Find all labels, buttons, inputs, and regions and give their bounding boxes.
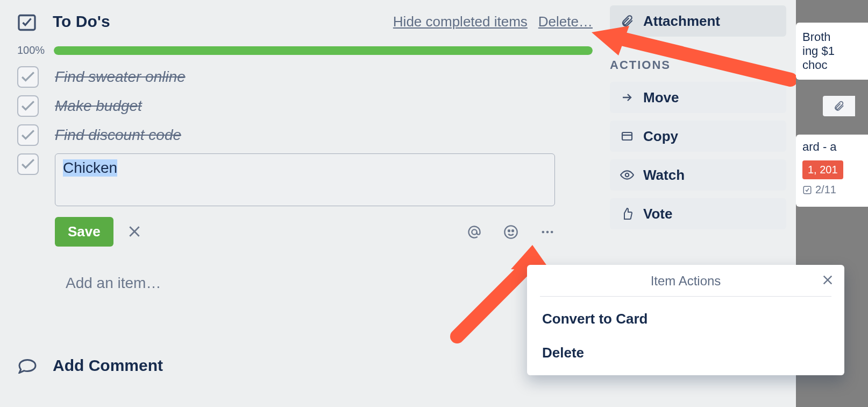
svg-point-4 bbox=[508, 230, 510, 231]
close-icon[interactable] bbox=[822, 272, 834, 290]
background-card-1-attachment-badge bbox=[823, 96, 855, 116]
eye-icon bbox=[620, 167, 635, 183]
svg-point-7 bbox=[546, 230, 549, 233]
checklist-checkbox[interactable] bbox=[17, 66, 39, 88]
comment-icon bbox=[17, 357, 38, 374]
progress-fill bbox=[54, 46, 593, 55]
card-sidebar: Attachment ACTIONS Move Copy Watch Vote bbox=[610, 5, 786, 237]
checklist-item[interactable]: Find sweater online bbox=[17, 66, 593, 88]
close-icon[interactable] bbox=[127, 223, 141, 241]
background-card-1-line3: choc bbox=[802, 58, 862, 72]
vote-label: Vote bbox=[643, 206, 672, 222]
delete-item[interactable]: Delete bbox=[527, 336, 844, 370]
watch-button[interactable]: Watch bbox=[610, 159, 786, 191]
svg-point-11 bbox=[625, 173, 629, 177]
emoji-icon[interactable] bbox=[503, 224, 518, 240]
checklist-item-editing: Save bbox=[17, 153, 593, 247]
checklist-checkbox[interactable] bbox=[17, 124, 39, 146]
add-comment-title: Add Comment bbox=[53, 356, 163, 375]
convert-to-card-item[interactable]: Convert to Card bbox=[527, 302, 844, 336]
mention-icon[interactable] bbox=[467, 224, 482, 240]
attachment-button[interactable]: Attachment bbox=[610, 5, 786, 37]
svg-point-8 bbox=[551, 230, 553, 233]
copy-button[interactable]: Copy bbox=[610, 121, 786, 152]
svg-rect-9 bbox=[622, 132, 632, 140]
checklist-checkbox[interactable] bbox=[17, 153, 39, 175]
add-checklist-item[interactable]: Add an item… bbox=[66, 275, 593, 292]
more-options-icon[interactable] bbox=[540, 224, 555, 240]
checklist-item-text[interactable]: Find discount code bbox=[55, 124, 181, 144]
move-label: Move bbox=[643, 89, 679, 106]
checklist-items: Find sweater online Make budget Find dis… bbox=[17, 66, 593, 247]
add-comment-section: Add Comment bbox=[17, 356, 593, 375]
checklist-item-text[interactable]: Find sweater online bbox=[55, 66, 186, 86]
watch-label: Watch bbox=[643, 167, 685, 184]
checklist-title[interactable]: To Do's bbox=[53, 12, 110, 31]
card-icon bbox=[620, 129, 635, 144]
checklist-checkbox[interactable] bbox=[17, 95, 39, 117]
delete-checklist-link[interactable]: Delete… bbox=[538, 13, 593, 30]
checklist-item[interactable]: Find discount code bbox=[17, 124, 593, 146]
svg-point-3 bbox=[504, 226, 517, 238]
thumbs-up-icon bbox=[620, 206, 635, 221]
background-card-1-line1: Broth bbox=[802, 30, 862, 44]
checklist-progress: 100% bbox=[17, 44, 593, 57]
progress-track bbox=[54, 46, 593, 55]
background-card-2[interactable]: ard - a 1, 201 2/11 bbox=[796, 135, 868, 207]
background-card-1[interactable]: Broth ing $1 choc bbox=[796, 23, 868, 80]
move-button[interactable]: Move bbox=[610, 82, 786, 113]
popover-title: Item Actions bbox=[651, 273, 721, 288]
checklist-item-edit-input[interactable] bbox=[55, 153, 555, 206]
hide-completed-link[interactable]: Hide completed items bbox=[393, 13, 528, 30]
save-button[interactable]: Save bbox=[55, 217, 113, 247]
background-card-2-due-badge: 1, 201 bbox=[802, 160, 843, 179]
background-card-2-checklist-badge: 2/11 bbox=[802, 184, 862, 196]
progress-percent: 100% bbox=[17, 44, 54, 57]
background-card-2-title: ard - a bbox=[802, 140, 862, 154]
arrow-right-icon bbox=[620, 90, 635, 105]
paperclip-icon bbox=[620, 13, 635, 29]
svg-point-6 bbox=[542, 230, 545, 233]
item-actions-popover: Item Actions Convert to Card Delete bbox=[527, 265, 844, 375]
vote-button[interactable]: Vote bbox=[610, 198, 786, 229]
svg-point-2 bbox=[472, 229, 476, 234]
checklist-icon bbox=[17, 13, 37, 32]
attachment-label: Attachment bbox=[643, 13, 720, 30]
copy-label: Copy bbox=[643, 128, 678, 145]
svg-point-5 bbox=[512, 230, 514, 231]
checklist-header: To Do's Hide completed items Delete… bbox=[17, 11, 593, 32]
background-card-1-line2: ing $1 bbox=[802, 44, 862, 58]
actions-heading: ACTIONS bbox=[610, 58, 786, 72]
checklist-item[interactable]: Make budget bbox=[17, 95, 593, 117]
checklist-item-text[interactable]: Make budget bbox=[55, 95, 142, 115]
card-detail-area: To Do's Hide completed items Delete… 100… bbox=[17, 11, 593, 375]
